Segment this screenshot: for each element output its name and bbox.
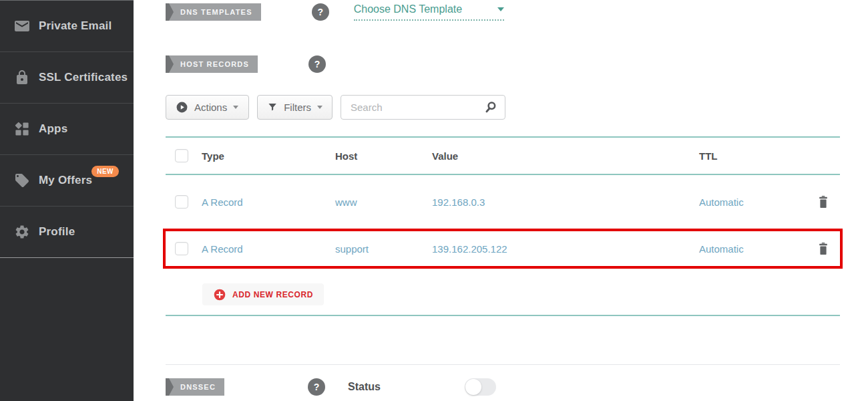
record-host[interactable]: www [335,196,432,208]
actions-button-label: Actions [194,102,227,113]
main-content: DNS TEMPLATES ? Choose DNS Template HOST… [134,0,868,401]
search-icon[interactable] [483,100,498,115]
sidebar-item-my-offers[interactable]: My Offers NEW [0,155,134,207]
table-row: A Record support 139.162.205.122 Automat… [166,241,840,257]
column-header-value: Value [432,150,699,162]
dnssec-toggle[interactable] [465,378,496,396]
lock-icon [13,69,31,86]
sidebar-item-apps[interactable]: Apps [0,104,134,155]
gear-icon [13,223,31,241]
tag-icon [13,172,31,189]
record-type[interactable]: A Record [202,243,335,255]
host-records-toolbar: Actions Filters [166,95,840,120]
sidebar-item-ssl-certificates[interactable]: SSL Certificates [0,52,134,104]
chevron-down-icon [497,7,504,11]
actions-button[interactable]: Actions [166,95,249,120]
search-input[interactable] [351,102,483,113]
column-header-host: Host [335,150,432,162]
column-header-type: Type [202,150,335,162]
select-all-checkbox[interactable] [175,149,188,162]
play-circle-icon [176,101,188,114]
apps-grid-icon [13,120,31,138]
record-host[interactable]: support [335,243,432,255]
trash-icon[interactable] [815,194,831,210]
record-type[interactable]: A Record [202,196,335,208]
dnssec-section: DNSSEC ? Status [166,378,840,396]
sidebar: Private Email SSL Certificates Apps My O… [0,0,134,401]
new-badge: NEW [91,166,119,177]
sidebar-item-profile[interactable]: Profile [0,207,134,258]
dropdown-value: Choose DNS Template [354,3,462,15]
record-value[interactable]: 139.162.205.122 [432,243,699,255]
dns-templates-ribbon-label: DNS TEMPLATES [166,3,261,21]
add-new-record-button[interactable]: ADD NEW RECORD [202,283,324,305]
filters-button-label: Filters [284,102,311,113]
filters-button[interactable]: Filters [257,95,333,120]
add-new-record-label: ADD NEW RECORD [232,290,313,299]
dns-templates-section: DNS TEMPLATES ? Choose DNS Template [166,3,840,21]
help-icon[interactable]: ? [308,378,325,396]
row-checkbox[interactable] [175,242,188,255]
search-box [341,95,505,120]
funnel-icon [267,101,278,114]
row-checkbox[interactable] [175,195,188,209]
host-records-ribbon-label: HOST RECORDS [166,55,258,73]
highlight-annotation-box: A Record support 139.162.205.122 Automat… [163,229,843,269]
chevron-down-icon [317,106,322,109]
table-bottom-border [166,315,840,316]
section-divider [166,364,840,365]
host-records-section-header: HOST RECORDS ? [166,55,840,73]
table-header-row: Type Host Value TTL [166,136,840,175]
host-records-table: Type Host Value TTL A Record www 192.168… [166,136,840,316]
column-header-ttl: TTL [699,150,807,162]
plus-circle-icon [213,288,226,301]
sidebar-item-label: Private Email [39,19,112,33]
chevron-down-icon [233,106,238,109]
sidebar-item-private-email[interactable]: Private Email [0,1,134,52]
record-value[interactable]: 192.168.0.3 [432,196,699,208]
sidebar-item-label: Profile [39,225,75,239]
sidebar-item-label: My Offers [39,174,92,187]
help-icon[interactable]: ? [308,55,326,73]
envelope-icon [13,17,31,35]
record-ttl[interactable]: Automatic [699,243,807,255]
dnssec-status-label: Status [348,381,381,393]
table-row: A Record www 192.168.0.3 Automatic [166,175,840,229]
choose-dns-template-dropdown[interactable]: Choose DNS Template [354,3,504,21]
trash-icon[interactable] [815,241,831,257]
help-icon[interactable]: ? [312,3,329,21]
toggle-knob [465,379,481,395]
dnssec-ribbon-label: DNSSEC [166,378,224,396]
sidebar-item-label: SSL Certificates [39,71,128,84]
sidebar-item-label: Apps [39,122,67,136]
record-ttl[interactable]: Automatic [699,196,807,208]
